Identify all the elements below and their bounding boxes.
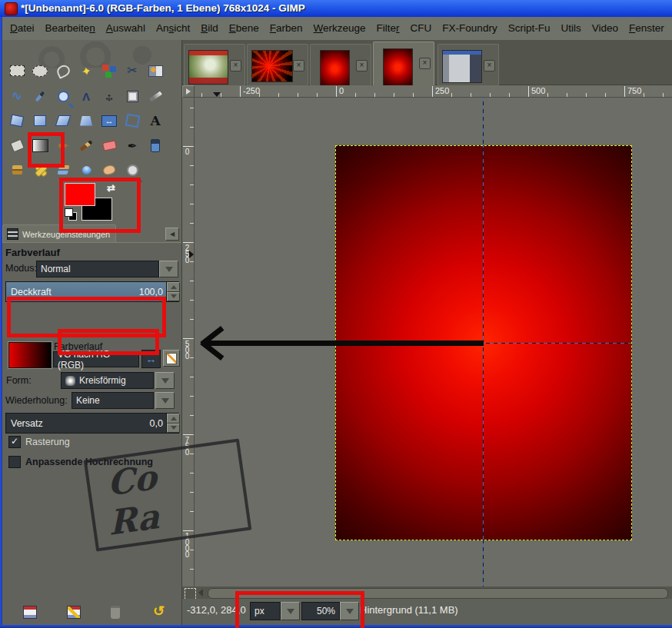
dithering-label: Rasterung xyxy=(25,437,70,447)
menu-filter[interactable]: Filter xyxy=(371,17,405,40)
menu-utils[interactable]: Utils xyxy=(555,17,586,40)
memory-usage: Hintergrund (11,1 MB) xyxy=(360,604,458,616)
measure-tool-icon[interactable]: Λ xyxy=(75,85,98,107)
ruler-position-marker xyxy=(213,92,221,97)
hruler-label: 500 xyxy=(528,86,545,96)
tool-options-icon xyxy=(7,228,18,240)
close-tab-icon[interactable]: × xyxy=(484,60,495,71)
text-tool-icon[interactable]: A xyxy=(144,110,167,131)
edit-pencil-icon xyxy=(166,353,177,364)
hruler-label: 0 xyxy=(336,86,344,96)
rotate-tool-icon[interactable] xyxy=(5,110,28,131)
shear-tool-icon[interactable] xyxy=(52,110,75,131)
shape-select[interactable]: Kreisförmig xyxy=(61,372,154,389)
ink-tool-icon[interactable]: ✒ xyxy=(121,135,144,156)
foreground-select-tool-icon[interactable] xyxy=(144,60,167,81)
offset-label: Versatz xyxy=(11,418,43,429)
quick-mask-toggle[interactable] xyxy=(185,588,196,600)
menu-ebene[interactable]: Ebene xyxy=(224,17,264,40)
offset-slider[interactable]: Versatz 0,0 xyxy=(5,413,179,434)
paths-tool-icon[interactable]: ∿ xyxy=(5,85,28,107)
toolbox-row-3: ↔ A xyxy=(5,110,167,131)
offset-spinner[interactable] xyxy=(166,414,180,433)
dock-collapse-button[interactable]: ◀ xyxy=(165,228,179,241)
save-icon[interactable] xyxy=(23,606,37,619)
flip-tool-icon[interactable]: ↔ xyxy=(98,110,121,131)
ellipse-select-tool-icon[interactable] xyxy=(28,60,52,81)
menu-video[interactable]: Video xyxy=(587,17,624,40)
save-as-icon[interactable] xyxy=(67,606,81,619)
perspective-tool-icon[interactable] xyxy=(75,110,98,131)
close-tab-icon[interactable]: × xyxy=(230,60,241,71)
bucket-fill-tool-icon[interactable] xyxy=(5,135,28,156)
image-tab-5[interactable]: × xyxy=(437,44,499,85)
dithering-checkbox[interactable]: ✓ xyxy=(8,436,21,448)
color-picker-tool-icon[interactable] xyxy=(28,85,52,107)
clone-tool-icon[interactable] xyxy=(5,159,28,181)
horizontal-ruler[interactable]: -250 0 250 500 750 xyxy=(195,85,672,98)
repeat-label: Wiederholung: xyxy=(5,395,68,406)
hruler-label: 750 xyxy=(624,86,641,96)
annotation-shape-select-highlight xyxy=(58,329,159,355)
menu-fx-foundry[interactable]: FX-Foundry xyxy=(437,17,502,40)
fuzzy-select-tool-icon[interactable]: ✦ xyxy=(75,60,98,81)
close-tab-icon[interactable]: × xyxy=(356,60,368,71)
menu-cfu[interactable]: CFU xyxy=(405,17,437,40)
mode-select[interactable]: Normal xyxy=(36,261,159,277)
scroll-left-icon[interactable] xyxy=(198,589,203,596)
zoom-tool-icon[interactable] xyxy=(52,85,75,107)
toolbox-row-1: ✦ ✂ xyxy=(5,60,167,81)
mode-label: Modus: xyxy=(5,263,37,274)
canvas-menu-button[interactable] xyxy=(182,85,195,98)
reset-icon[interactable]: ↺ xyxy=(153,606,165,617)
opacity-spinner[interactable] xyxy=(166,282,180,301)
shape-value: Kreisförmig xyxy=(79,375,126,386)
repeat-select[interactable]: Keine xyxy=(72,392,154,409)
image-thumbnail-red-radial xyxy=(383,48,413,86)
select-by-color-tool-icon[interactable] xyxy=(98,60,121,81)
close-tab-icon[interactable]: × xyxy=(419,58,431,69)
mode-dropdown-button[interactable] xyxy=(159,261,178,277)
menu-datei[interactable]: Datei xyxy=(5,17,40,40)
align-tool-icon[interactable] xyxy=(121,85,144,107)
repeat-dropdown-button[interactable] xyxy=(155,392,175,409)
tool-options-heading: Farbverlauf xyxy=(5,247,60,258)
scissors-select-tool-icon[interactable]: ✂ xyxy=(121,60,144,81)
image-thumbnail-screenshot xyxy=(442,50,482,83)
menu-bild[interactable]: Bild xyxy=(195,17,224,40)
hruler-label: -250 xyxy=(240,86,260,96)
menubar: Datei Bearbeiten Auswahl Ansicht Bild Eb… xyxy=(0,17,672,40)
menu-auswahl[interactable]: Auswahl xyxy=(101,17,151,40)
vruler-label: 0 xyxy=(183,146,191,154)
menu-bearbeiten[interactable]: Bearbeiten xyxy=(40,17,101,40)
delete-icon[interactable] xyxy=(111,606,120,619)
shape-dropdown-button[interactable] xyxy=(155,372,175,389)
image-tab-1[interactable]: × xyxy=(184,44,245,85)
airbrush-tool-icon[interactable] xyxy=(144,135,167,156)
menu-ansicht[interactable]: Ansicht xyxy=(151,17,195,40)
image-tab-4-active[interactable]: × xyxy=(373,42,434,86)
offset-value: 0,0 xyxy=(150,418,163,429)
close-tab-icon[interactable]: × xyxy=(293,60,304,71)
crop-blade-tool-icon[interactable] xyxy=(144,85,167,107)
eraser-tool-icon[interactable] xyxy=(98,135,121,156)
toolbox-row-2: ∿ Λ ↔↕ xyxy=(5,85,167,107)
free-select-tool-icon[interactable] xyxy=(52,60,75,81)
supersampling-checkbox[interactable] xyxy=(8,456,21,468)
rectangle-select-tool-icon[interactable] xyxy=(5,60,28,81)
menu-werkzeuge[interactable]: Werkzeuge xyxy=(308,17,371,40)
titlebar[interactable]: *[Unbenannt]-6.0 (RGB-Farben, 1 Ebene) 7… xyxy=(0,0,672,17)
edit-gradient-button[interactable] xyxy=(163,350,180,367)
move-tool-icon[interactable]: ↔↕ xyxy=(98,85,121,107)
gradient-preview-swatch[interactable] xyxy=(8,342,52,368)
image-tab-2[interactable]: × xyxy=(247,44,308,85)
paintbrush-tool-icon[interactable] xyxy=(75,135,98,156)
opacity-value: 100,0 xyxy=(139,287,163,297)
gimp-app-icon[interactable] xyxy=(5,2,18,15)
menu-fenster[interactable]: Fenster xyxy=(624,17,670,40)
menu-script-fu[interactable]: Script-Fu xyxy=(503,17,556,40)
cage-transform-tool-icon[interactable] xyxy=(121,110,144,131)
menu-farben[interactable]: Farben xyxy=(264,17,308,40)
image-tab-3[interactable]: × xyxy=(310,44,371,85)
scale-tool-icon[interactable] xyxy=(28,110,52,131)
